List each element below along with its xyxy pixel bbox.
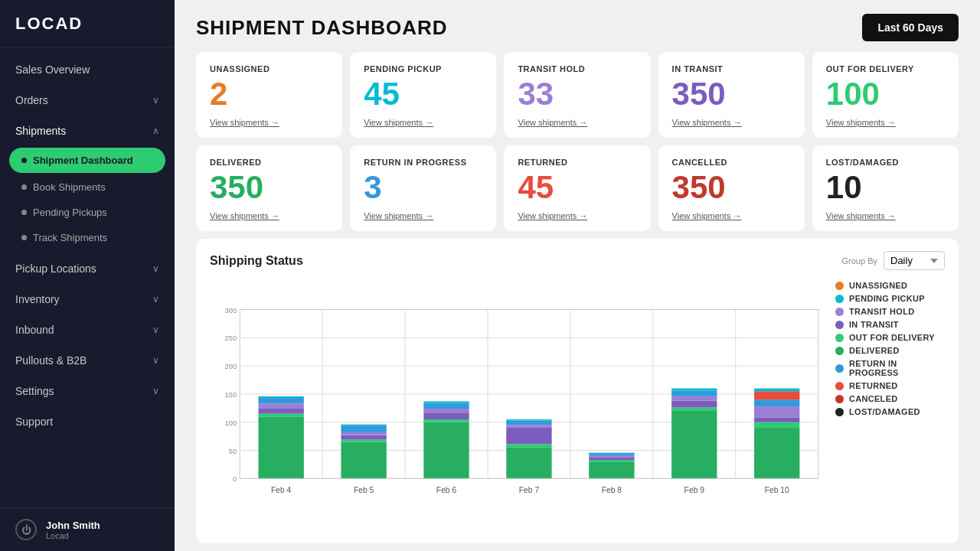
svg-rect-64 (754, 406, 799, 418)
legend-label-return-in-progress: RETURN IN PROGRESS (849, 359, 945, 377)
svg-text:300: 300 (225, 307, 237, 315)
stat-link-cancelled[interactable]: View shipments → (672, 211, 791, 220)
svg-text:50: 50 (229, 448, 237, 455)
stat-link-in-transit[interactable]: View shipments → (672, 118, 791, 127)
svg-rect-55 (671, 401, 717, 408)
svg-rect-37 (506, 448, 551, 478)
stat-link-lost-damaged[interactable]: View shipments → (826, 211, 945, 220)
stat-card-returned: RETURNED 45 View shipments → (504, 145, 650, 231)
svg-rect-41 (506, 421, 551, 425)
sub-nav-shipments: Shipment DashboardBook ShipmentsPending … (0, 148, 175, 253)
sidebar-item-shipment-dashboard[interactable]: Shipment Dashboard (9, 148, 165, 173)
stat-value-in-transit: 350 (672, 77, 791, 112)
svg-rect-40 (506, 425, 551, 428)
stats-grid-row2: DELIVERED 350 View shipments → RETURN IN… (175, 145, 980, 231)
stat-link-pending-pickup[interactable]: View shipments → (364, 118, 482, 127)
chevron-icon: ∨ (152, 263, 159, 274)
sidebar-item-support[interactable]: Support (0, 406, 175, 437)
legend-item-in-transit: IN TRANSIT (835, 320, 945, 329)
stat-card-unassigned: UNASSIGNED 2 View shipments → (196, 52, 342, 138)
svg-rect-39 (506, 428, 551, 445)
stat-value-unassigned: 2 (210, 77, 328, 112)
svg-rect-24 (341, 432, 386, 435)
sidebar-item-label-shipments: Shipments (15, 125, 66, 137)
sidebar-item-label-sales-overview: Sales Overview (15, 64, 90, 76)
sidebar-nav: Sales OverviewOrders∨Shipments∧Shipment … (0, 48, 175, 507)
sidebar-item-inventory[interactable]: Inventory∨ (0, 284, 175, 315)
sidebar-item-settings[interactable]: Settings∨ (0, 376, 175, 406)
legend-dot-returned (835, 382, 844, 390)
stat-link-transit-hold[interactable]: View shipments → (518, 118, 636, 127)
sidebar-item-track-shipments[interactable]: Track Shipments (0, 225, 175, 250)
stat-link-out-for-delivery[interactable]: View shipments → (826, 118, 945, 127)
date-filter-button[interactable]: Last 60 Days (862, 14, 959, 41)
svg-rect-19 (259, 396, 304, 398)
logo: LOCAD (15, 14, 159, 34)
sub-nav-label-book-shipments: Book Shipments (33, 181, 106, 193)
svg-text:100: 100 (225, 419, 237, 427)
svg-rect-23 (341, 435, 386, 440)
svg-text:Feb 9: Feb 9 (684, 486, 705, 494)
sidebar-item-inbound[interactable]: Inbound∨ (0, 315, 175, 345)
svg-rect-46 (589, 460, 634, 461)
main-content: Shipment Dashboard Last 60 Days UNASSIGN… (175, 0, 980, 551)
legend-item-lost-damaged: LOST/DAMAGED (835, 407, 945, 416)
chart-canvas: 050100150200250300Feb 4Feb 5Feb 6Feb 7Fe… (210, 278, 826, 531)
legend-dot-canceled (835, 395, 844, 403)
stat-label-lost-damaged: LOST/DAMAGED (826, 158, 945, 167)
sub-dot (21, 210, 27, 215)
stat-link-delivered[interactable]: View shipments → (210, 211, 328, 220)
stat-link-returned[interactable]: View shipments → (518, 211, 636, 220)
stat-value-cancelled: 350 (672, 170, 791, 205)
stat-value-delivered: 350 (210, 170, 328, 205)
svg-text:Feb 6: Feb 6 (436, 486, 457, 494)
svg-rect-62 (754, 422, 799, 428)
svg-text:250: 250 (225, 335, 237, 343)
svg-rect-14 (259, 417, 304, 479)
svg-text:200: 200 (225, 364, 237, 371)
sidebar-item-shipments[interactable]: Shipments∧ (0, 116, 175, 146)
sidebar-item-pending-pickups[interactable]: Pending Pickups (0, 200, 175, 225)
user-org: Locad (46, 531, 100, 540)
legend-dot-delivered (835, 347, 844, 355)
svg-rect-63 (754, 418, 799, 422)
sidebar-item-label-inventory: Inventory (15, 293, 60, 305)
group-by-select[interactable]: DailyWeeklyMonthly (884, 251, 945, 270)
stat-link-unassigned[interactable]: View shipments → (210, 118, 328, 127)
chart-body: 050100150200250300Feb 4Feb 5Feb 6Feb 7Fe… (210, 278, 945, 531)
legend-label-delivered: DELIVERED (849, 346, 900, 355)
legend-item-canceled: CANCELED (835, 394, 945, 403)
svg-rect-15 (259, 414, 304, 417)
stat-value-transit-hold: 33 (518, 77, 636, 112)
chevron-icon: ∧ (152, 126, 159, 136)
svg-text:150: 150 (225, 391, 237, 399)
chevron-icon: ∨ (152, 324, 159, 335)
svg-rect-54 (671, 408, 717, 411)
page-title: Shipment Dashboard (196, 16, 448, 40)
power-icon[interactable]: ⏻ (15, 519, 37, 540)
sub-dot (21, 158, 27, 163)
svg-rect-66 (754, 392, 799, 400)
sidebar-item-pullouts-b2b[interactable]: Pullouts & B2B∨ (0, 345, 175, 376)
svg-rect-48 (589, 456, 634, 458)
svg-rect-57 (671, 391, 717, 396)
stat-link-return-in-progress[interactable]: View shipments → (364, 211, 482, 220)
sidebar-item-orders[interactable]: Orders∨ (0, 85, 175, 116)
sidebar-item-label-pullouts-b2b: Pullouts & B2B (15, 354, 87, 367)
sidebar-item-pickup-locations[interactable]: Pickup Locations∨ (0, 253, 175, 284)
stat-label-in-transit: IN TRANSIT (672, 64, 791, 73)
svg-rect-16 (259, 409, 304, 414)
stat-value-lost-damaged: 10 (826, 170, 945, 205)
svg-rect-47 (589, 458, 634, 461)
sub-nav-label-track-shipments: Track Shipments (33, 232, 107, 243)
legend-label-unassigned: UNASSIGNED (849, 281, 907, 290)
svg-rect-31 (423, 413, 469, 420)
legend-label-lost-damaged: LOST/DAMAGED (849, 407, 920, 416)
sidebar-item-label-support: Support (15, 416, 53, 428)
svg-rect-38 (506, 445, 551, 448)
sidebar-item-sales-overview[interactable]: Sales Overview (0, 54, 175, 85)
svg-rect-30 (423, 419, 469, 422)
logo-area: LOCAD (0, 0, 175, 48)
svg-text:Feb 7: Feb 7 (519, 486, 540, 494)
sidebar-item-book-shipments[interactable]: Book Shipments (0, 174, 175, 200)
